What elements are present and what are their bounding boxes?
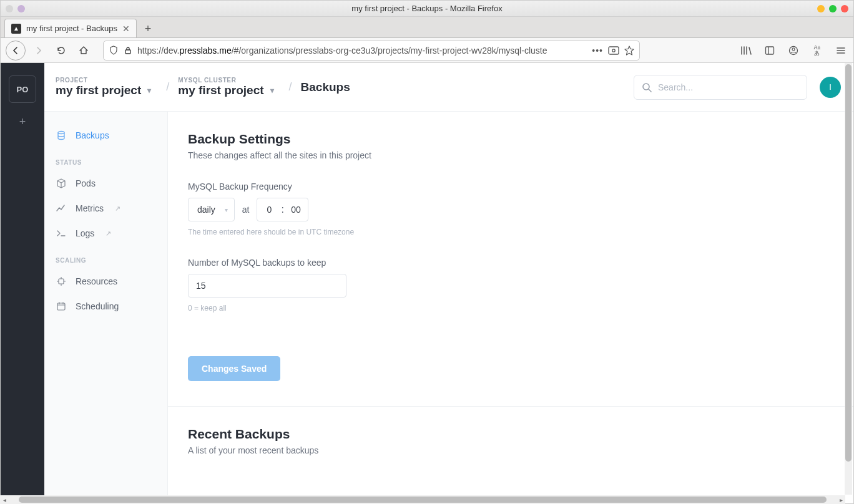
side-menu: Backups STATUS Pods Metrics ↗ Logs: [44, 112, 168, 503]
sidemenu-label: Scheduling: [76, 301, 119, 311]
sidemenu-label: Metrics: [76, 203, 104, 213]
svg-point-2: [612, 49, 615, 51]
window-titlebar: my first project - Backups - Mozilla Fir…: [1, 1, 853, 17]
browser-tab[interactable]: ▲ my first project - Backups ✕: [4, 19, 137, 37]
window-dot: [6, 5, 13, 12]
section-subtitle: These changes affect all the sites in th…: [188, 150, 833, 160]
frequency-select[interactable]: daily ▾: [188, 198, 235, 221]
sidemenu-item-resources[interactable]: Resources: [44, 269, 167, 294]
breadcrumb-cluster[interactable]: MYSQL CLUSTER my first project▾: [178, 77, 273, 97]
lock-icon[interactable]: [124, 46, 132, 55]
search-icon: [642, 82, 652, 92]
sidemenu-label: Resources: [76, 276, 117, 286]
external-icon: ↗: [115, 205, 120, 213]
add-org-button[interactable]: +: [19, 115, 26, 128]
menu-icon[interactable]: [833, 41, 848, 60]
time-field[interactable]: :: [257, 198, 308, 221]
keep-hint: 0 = keep all: [188, 304, 833, 313]
field-label: Number of MySQL backups to keep: [188, 258, 833, 268]
sidemenu-label: Backups: [76, 130, 109, 140]
save-button[interactable]: Changes Saved: [188, 356, 280, 381]
svg-point-9: [58, 132, 64, 134]
svg-rect-3: [766, 47, 774, 54]
url-bar[interactable]: https://dev.presslabs.me/#/organizations…: [103, 41, 640, 61]
breadcrumb-label: MYSQL CLUSTER: [178, 77, 273, 84]
window-close[interactable]: [841, 5, 848, 12]
forward-button[interactable]: [29, 41, 48, 60]
tab-favicon: ▲: [11, 24, 21, 34]
hour-input[interactable]: [257, 205, 281, 215]
shield-icon[interactable]: [109, 46, 119, 56]
reader-icon[interactable]: [608, 46, 619, 56]
at-label: at: [242, 205, 250, 215]
sidemenu-heading: SCALING: [44, 246, 167, 269]
cube-icon: [56, 178, 67, 188]
url-text: https://dev.presslabs.me/#/organizations…: [137, 46, 587, 56]
svg-rect-1: [609, 47, 619, 54]
minute-input[interactable]: [284, 205, 308, 215]
search-box[interactable]: [634, 75, 807, 100]
chevron-down-icon[interactable]: ▾: [270, 86, 274, 95]
library-icon[interactable]: [739, 41, 753, 60]
svg-point-6: [792, 48, 795, 51]
sidemenu-label: Logs: [76, 228, 94, 238]
database-icon: [56, 130, 67, 140]
section-title: Recent Backups: [188, 427, 833, 442]
svg-rect-10: [59, 279, 64, 284]
chevron-down-icon[interactable]: ▾: [147, 86, 151, 95]
vertical-scrollbar[interactable]: [845, 63, 852, 495]
svg-line-8: [649, 89, 651, 92]
home-button[interactable]: [74, 41, 93, 60]
sidemenu-item-backups[interactable]: Backups: [44, 123, 167, 148]
window-title: my first project - Backups - Mozilla Fir…: [1, 4, 853, 13]
breadcrumb-separator: /: [289, 80, 292, 94]
calendar-icon: [56, 301, 67, 311]
back-button[interactable]: [6, 41, 26, 61]
terminal-icon: [56, 228, 67, 238]
org-badge[interactable]: PO: [9, 75, 36, 103]
org-rail: PO +: [1, 63, 44, 503]
svg-rect-0: [125, 50, 130, 54]
horizontal-scrollbar[interactable]: ◂▸: [0, 495, 845, 504]
window-minimize[interactable]: [817, 5, 825, 12]
search-input[interactable]: [658, 82, 799, 92]
section-title: Backup Settings: [188, 132, 833, 147]
nav-toolbar: https://dev.presslabs.me/#/organizations…: [1, 38, 853, 63]
new-tab-button[interactable]: +: [139, 20, 157, 37]
more-icon[interactable]: •••: [592, 46, 603, 56]
avatar[interactable]: I: [820, 77, 841, 98]
breadcrumb-separator: /: [166, 80, 169, 94]
reload-button[interactable]: [52, 41, 71, 60]
breadcrumb-current: Backups: [301, 80, 350, 94]
sidemenu-label: Pods: [76, 178, 96, 188]
tab-close-icon[interactable]: ✕: [122, 24, 130, 34]
breadcrumb-label: PROJECT: [56, 77, 151, 84]
tab-title: my first project - Backups: [26, 24, 117, 33]
account-icon[interactable]: [786, 41, 801, 60]
timezone-hint: The time entered here should be in UTC t…: [188, 228, 833, 236]
sidemenu-item-metrics[interactable]: Metrics ↗: [44, 196, 167, 221]
section-subtitle: A list of your most recent backups: [188, 445, 833, 455]
sidemenu-item-scheduling[interactable]: Scheduling: [44, 294, 167, 319]
sidemenu-item-pods[interactable]: Pods: [44, 171, 167, 196]
external-icon: ↗: [106, 230, 111, 238]
chart-icon: [56, 203, 67, 213]
window-dot: [17, 5, 25, 12]
text-encoding-icon[interactable]: A±あ: [810, 41, 825, 60]
sidemenu-item-logs[interactable]: Logs ↗: [44, 221, 167, 246]
chevron-down-icon: ▾: [225, 206, 228, 213]
window-maximize[interactable]: [829, 5, 837, 12]
bookmark-icon[interactable]: [624, 46, 634, 56]
breadcrumb-bar: PROJECT my first project▾ / MYSQL CLUSTE…: [44, 63, 853, 112]
main-content: Backup Settings These changes affect all…: [168, 112, 853, 503]
keep-count-input[interactable]: [188, 274, 346, 298]
tab-strip: ▲ my first project - Backups ✕ +: [1, 17, 853, 38]
breadcrumb-project[interactable]: PROJECT my first project▾: [56, 77, 151, 97]
svg-rect-11: [57, 303, 65, 310]
sidemenu-heading: STATUS: [44, 148, 167, 171]
sidebar-icon[interactable]: [762, 41, 777, 60]
cpu-icon: [56, 276, 67, 286]
field-label: MySQL Backup Frequency: [188, 182, 833, 191]
